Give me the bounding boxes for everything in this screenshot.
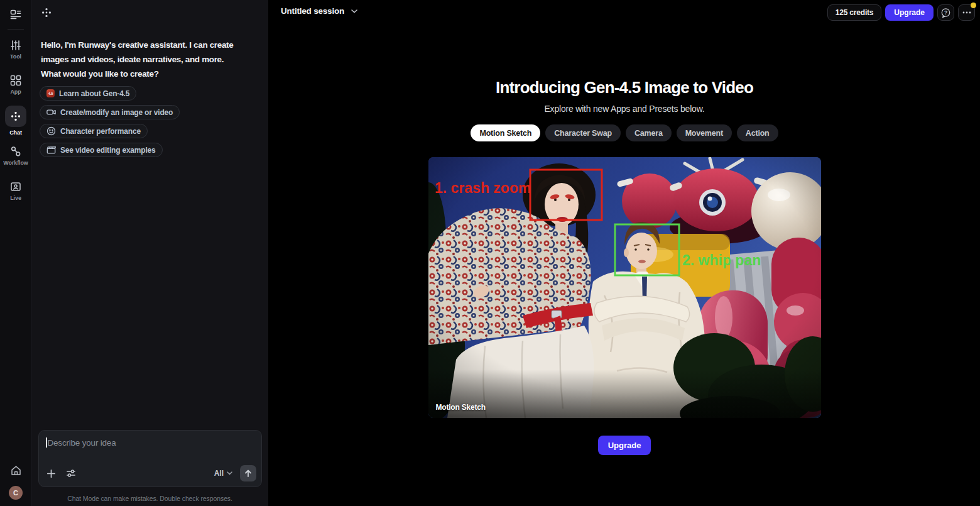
tab-motion-sketch[interactable]: Motion Sketch — [471, 124, 540, 141]
assistant-sparkle-icon — [41, 8, 52, 18]
avatar[interactable]: C — [9, 486, 23, 500]
plus-icon — [46, 469, 56, 478]
live-person-icon — [10, 181, 21, 192]
model-filter-value: All — [214, 469, 224, 478]
hero-section: Introducing Gen-4.5 Image to Video Explo… — [269, 0, 980, 455]
composer-settings-button[interactable] — [66, 468, 76, 478]
main-area: Untitled session 125 credits Upgrade ? — [269, 0, 980, 506]
sidebar-item-label: Chat — [9, 129, 22, 136]
chat-active-tile — [5, 106, 26, 127]
suggestion-create-modify[interactable]: Create/modify an image or video — [40, 105, 180, 119]
suggestion-label: Learn about Gen-4.5 — [59, 89, 129, 98]
annotation-label-whip-pan: 2. whip pan — [682, 252, 761, 268]
sidebar-item-chat[interactable]: Chat — [0, 106, 31, 136]
sidebar-item-live[interactable]: Live — [0, 181, 31, 201]
workflow-nodes-icon — [10, 146, 21, 157]
suggestion-learn-gen45[interactable]: 4.5 Learn about Gen-4.5 — [40, 86, 136, 101]
assistant-greeting: Hello, I'm Runway's creative assistant. … — [41, 38, 262, 81]
attach-button[interactable] — [46, 469, 56, 478]
gen-4-5-badge-icon: 4.5 — [46, 89, 55, 97]
text-caret — [46, 437, 47, 448]
icon-rail: Tool App Chat — [0, 0, 31, 506]
tab-character-swap[interactable]: Character Swap — [545, 124, 621, 141]
suggestion-label: Character performance — [60, 127, 141, 136]
prompt-placeholder: Describe your idea — [48, 438, 116, 448]
preset-tabs: Motion Sketch Character Swap Camera Move… — [471, 124, 778, 141]
rail-divider — [8, 29, 24, 30]
home-button[interactable] — [0, 465, 31, 476]
suggestion-character-performance[interactable]: Character performance — [40, 124, 148, 138]
filter-sliders-icon — [66, 468, 76, 478]
home-icon — [10, 465, 22, 476]
clapperboard-icon — [46, 145, 56, 155]
smiley-icon — [46, 126, 56, 136]
tab-movement[interactable]: Movement — [677, 124, 732, 141]
sidebar-item-tool[interactable]: Tool — [0, 40, 31, 60]
send-button[interactable] — [240, 465, 256, 481]
suggestion-label: Create/modify an image or video — [60, 108, 173, 117]
prompt-input[interactable]: Describe your idea — [38, 430, 262, 487]
sparkle-dots-icon — [11, 111, 21, 121]
suggestion-video-editing-examples[interactable]: See video editing examples — [40, 143, 163, 157]
model-filter-dropdown[interactable]: All — [214, 469, 232, 478]
tab-camera[interactable]: Camera — [626, 124, 672, 141]
chat-disclaimer: Chat Mode can make mistakes. Double chec… — [31, 495, 268, 502]
arrow-up-icon — [244, 469, 253, 478]
tab-action[interactable]: Action — [737, 124, 778, 141]
prompt-placeholder-row: Describe your idea — [39, 431, 261, 448]
video-camera-icon — [46, 107, 56, 117]
annotation-label-crash-zoom: 1. crash zoom — [435, 180, 531, 196]
sidebar-item-label: Workflow — [3, 160, 28, 166]
demo-video-preview: 1. crash zoom 2. whip pan Motion Sketch — [428, 157, 821, 418]
sidebar-item-label: App — [10, 89, 21, 95]
page-title: Introducing Gen-4.5 Image to Video — [496, 78, 753, 97]
chat-panel: Hello, I'm Runway's creative assistant. … — [31, 0, 268, 506]
sidebar-item-app[interactable]: App — [0, 75, 31, 95]
dashboard-button[interactable] — [0, 9, 31, 20]
preset-badge: Motion Sketch — [436, 403, 486, 412]
upgrade-cta-button[interactable]: Upgrade — [598, 436, 651, 455]
sidebar-item-workflow[interactable]: Workflow — [0, 146, 31, 166]
suggestion-label: See video editing examples — [60, 146, 156, 155]
demo-scene-illustration: 1. crash zoom 2. whip pan — [428, 157, 821, 418]
composer-toolbar: All — [46, 465, 256, 481]
page-subtitle: Explore with new Apps and Presets below. — [544, 104, 704, 114]
sidebar-item-label: Live — [10, 195, 21, 201]
dashboard-icon — [10, 9, 21, 20]
chevron-down-icon — [227, 471, 232, 475]
sliders-icon — [10, 40, 21, 51]
sidebar-item-label: Tool — [10, 53, 21, 60]
suggestion-list: 4.5 Learn about Gen-4.5 Create/modify an… — [40, 86, 180, 157]
apps-grid-icon — [10, 75, 21, 86]
